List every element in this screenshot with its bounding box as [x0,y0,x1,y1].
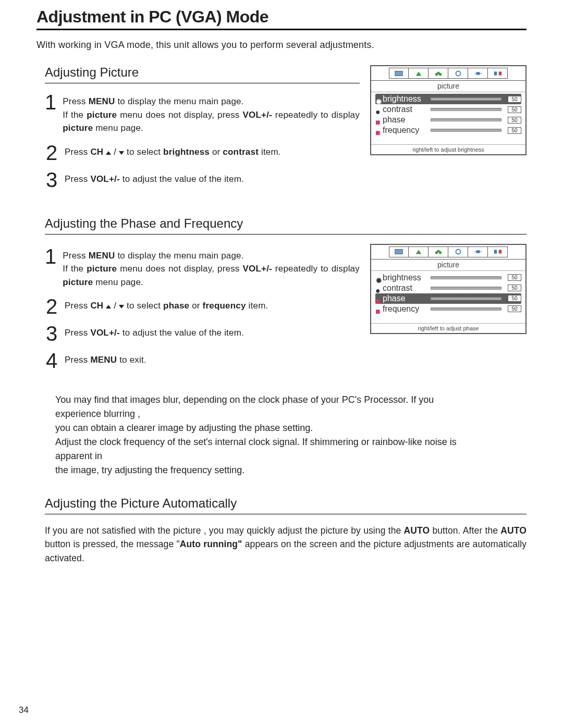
chevron-down-icon [119,305,124,309]
step-text: Press MENU to exit. [65,351,146,367]
step-3: 3 Press VOL+/- to adjust the value of th… [45,324,360,343]
osd-row-frequency: ■ frequency 50 [375,125,521,135]
step-2: 2 Press CH / to select brightness or con… [45,143,360,162]
step-number: 3 [45,324,58,343]
step-number: 3 [45,170,58,189]
osd-row-contrast: ● contrast 50 [375,104,521,115]
step-text: Press MENU to display the menu main page… [63,247,360,289]
svg-rect-10 [498,71,501,75]
phase-frequency-notes: You may find that images blur, depending… [55,393,478,477]
step-4: 4 Press MENU to exit. [45,351,360,370]
bullet-icon: ■ [375,118,380,122]
svg-point-16 [456,250,460,254]
chevron-up-icon [106,305,111,309]
title-divider [36,29,527,30]
svg-rect-9 [494,71,496,75]
step-1: 1 Press MENU to display the menu main pa… [45,247,360,289]
osd-slider [431,276,501,279]
step-number: 2 [45,297,58,316]
step-text: Press VOL+/- to adjust the value of the … [65,170,244,186]
step-number: 4 [45,351,58,370]
section-adjusting-phase-frequency: Adjusting the Phase and Frequency 1 Pres… [36,216,527,478]
osd-tab-icon [429,246,448,257]
osd-tab-icon [448,68,468,79]
bullet-icon: ✹ [375,276,380,280]
osd-tab-icon [468,68,488,79]
step-number: 1 [45,93,56,112]
intro-text: With working in VGA mode, this unit allo… [36,40,527,51]
osd-slider [431,118,501,121]
osd-tab-icon [389,246,409,257]
osd-tab-icon [488,68,508,79]
osd-slider [431,287,501,290]
chevron-down-icon [119,151,124,155]
section-divider [45,234,527,235]
osd-title: picture [371,81,525,92]
step-2: 2 Press CH / to select phase or frequenc… [45,297,360,316]
osd-slider [431,307,501,311]
svg-point-5 [456,71,460,76]
osd-footer-hint: right/left to adjust brightness [371,144,525,154]
step-text: Press CH / to select phase or frequency … [65,297,268,313]
osd-tab-icon [409,246,429,257]
osd-tab-bar [371,66,525,81]
osd-slider [431,108,501,111]
bullet-icon: ● [375,286,380,290]
osd-slider [431,297,501,300]
osd-tab-icon [389,68,409,79]
osd-title: picture [371,260,525,271]
osd-tab-icon [409,68,429,79]
osd-footer-hint: right/left to adjust phase [371,323,525,333]
svg-rect-17 [476,250,480,253]
osd-tab-bar [371,245,525,260]
osd-tab-icon [468,246,488,257]
osd-tab-icon [429,68,448,79]
svg-point-15 [438,251,441,254]
svg-rect-20 [494,250,496,253]
section-heading: Adjusting Picture [45,65,360,80]
chevron-up-icon [106,151,111,155]
osd-slider [431,129,501,132]
svg-rect-6 [476,72,480,75]
osd-row-phase: ■ phase 50 [375,293,521,304]
osd-row-brightness: ✹ brightness 50 [375,94,521,104]
section-adjusting-picture: Adjusting Picture 1 Press MENU to displa… [36,65,527,198]
step-number: 2 [45,143,58,162]
bullet-icon: ■ [375,297,380,301]
osd-figure-1: picture ✹ brightness 50 ● contrast 50 [370,65,527,155]
step-text: Press MENU to display the menu main page… [63,93,360,135]
section-divider [45,83,360,83]
section-divider [45,514,527,514]
bullet-icon: ● [375,107,380,112]
step-text: Press VOL+/- to adjust the value of the … [65,324,244,340]
osd-row-phase: ■ phase 50 [375,115,521,125]
osd-tab-icon [448,246,468,257]
osd-figure-2: picture ✹ brightness 50 ● contrast 50 [370,244,527,334]
section-heading: Adjusting the Picture Automatically [45,496,527,511]
page-title: Adjustment in PC (VGA) Mode [36,7,527,27]
step-text: Press CH / to select brightness or contr… [65,143,281,159]
osd-row-brightness: ✹ brightness 50 [375,273,521,283]
svg-rect-11 [395,250,402,254]
svg-rect-0 [395,71,402,76]
svg-marker-12 [415,250,421,254]
svg-marker-1 [415,71,421,76]
bullet-icon: ■ [375,128,380,132]
step-1: 1 Press MENU to display the menu main pa… [45,93,360,135]
step-3: 3 Press VOL+/- to adjust the value of th… [45,170,360,189]
bullet-icon: ✹ [375,97,380,101]
osd-slider [431,97,501,101]
section-heading: Adjusting the Phase and Frequency [45,216,527,231]
osd-tab-icon [488,246,508,257]
bullet-icon: ■ [375,307,380,311]
osd-row-contrast: ● contrast 50 [375,283,521,293]
osd-row-frequency: ■ frequency 50 [375,304,521,314]
svg-point-4 [438,73,441,76]
auto-adjust-text: If you are not satisfied with the pictur… [45,524,527,565]
svg-rect-21 [498,250,501,253]
step-number: 1 [45,247,56,266]
section-auto-adjust: Adjusting the Picture Automatically If y… [36,496,527,565]
